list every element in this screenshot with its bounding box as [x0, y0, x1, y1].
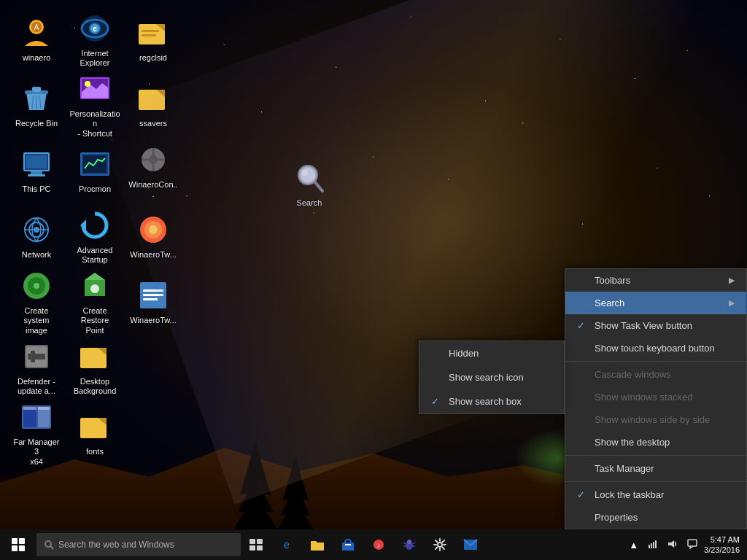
icon-defender[interactable]: Defender -update a... [7, 335, 66, 400]
svg-point-30 [142, 148, 165, 171]
search-icon [292, 160, 327, 195]
taskbar-edge[interactable]: e [271, 529, 302, 560]
menu-item-show-stacked[interactable]: Show windows stacked [565, 386, 746, 408]
menu-item-search[interactable]: Search ▶ [565, 292, 746, 314]
menu-item-task-manager[interactable]: Task Manager [565, 457, 746, 480]
svg-rect-80 [311, 541, 317, 544]
separator-1 [565, 361, 746, 362]
advanced-startup-label: AdvancedStartup [77, 246, 113, 265]
taskbar-store[interactable] [333, 529, 363, 560]
submenu-show-search-icon-label: Show search icon [449, 372, 524, 383]
create-restore-point-icon [77, 268, 112, 303]
svg-point-40 [144, 221, 162, 238]
taskbar-mail[interactable] [455, 529, 486, 560]
menu-item-toolbars[interactable]: Toolbars ▶ [565, 269, 746, 292]
menu-item-show-touch-keyboard[interactable]: Show touch keyboard button [565, 337, 746, 359]
winaerocon-label: WinaeroCon... [128, 180, 179, 199]
submenu-item-hidden[interactable]: Hidden [419, 341, 564, 365]
menu-item-lock-taskbar[interactable]: ✓ Lock the taskbar [565, 483, 746, 506]
procmon-icon [77, 147, 112, 182]
svg-text:e: e [284, 539, 290, 551]
svg-marker-21 [156, 90, 165, 97]
menu-item-cascade[interactable]: Cascade windows [565, 363, 746, 386]
clock[interactable]: 5:47 AM 3/23/2016 [704, 534, 740, 556]
icon-winaerotweak2[interactable]: WinaeroTw... [124, 270, 182, 334]
defender-icon [19, 339, 54, 374]
menu-show-task-view-label: Show Task View button [595, 320, 732, 331]
menu-item-properties[interactable]: Properties [565, 506, 746, 529]
create-system-image-label: Create systemimage [11, 306, 62, 335]
icons-grid: A winaero e InternetExplorer [7, 7, 197, 532]
tray-volume-icon[interactable] [665, 537, 681, 553]
svg-point-19 [85, 81, 90, 87]
svg-rect-76 [249, 545, 255, 551]
svg-text:♪: ♪ [377, 541, 381, 549]
icon-recycle-bin[interactable]: Recycle Bin [7, 73, 66, 137]
fonts-label: fonts [86, 447, 104, 456]
menu-properties-label: Properties [595, 512, 732, 523]
svg-line-66 [315, 182, 322, 191]
menu-search-label: Search [595, 298, 729, 308]
icon-advanced-startup[interactable]: AdvancedStartup [66, 204, 124, 268]
ie-label: InternetExplorer [80, 49, 110, 68]
icon-winaerotweak1[interactable]: WinaeroTw... [124, 204, 182, 268]
icon-winaerocon[interactable]: WinaeroCon... [124, 139, 182, 203]
menu-item-show-side[interactable]: Show windows side by side [565, 408, 746, 431]
desktop-background-icon [77, 339, 112, 374]
advanced-startup-icon [77, 208, 112, 243]
icon-procmon[interactable]: Procmon [66, 139, 124, 203]
svg-rect-75 [257, 539, 263, 544]
taskbar-right: ▲ [626, 534, 747, 556]
svg-line-73 [50, 546, 53, 549]
svg-rect-71 [19, 545, 25, 551]
winaerotweak1-label: WinaeroTw... [130, 250, 177, 260]
submenu-item-show-search-icon[interactable]: Show search icon [419, 365, 564, 389]
svg-point-31 [149, 155, 158, 164]
svg-rect-70 [12, 545, 18, 551]
icon-regclsid[interactable]: regclsid [124, 7, 182, 71]
icon-ie[interactable]: e InternetExplorer [66, 7, 124, 71]
taskbar-search[interactable]: Search the web and Windows [36, 533, 241, 556]
recycle-bin-label: Recycle Bin [15, 119, 58, 128]
winaero-icon: A [19, 15, 54, 50]
svg-line-89 [413, 542, 415, 544]
svg-point-46 [90, 284, 99, 293]
svg-rect-96 [655, 540, 657, 548]
icon-desktop-background[interactable]: DesktopBackground [66, 335, 124, 400]
far-manager-label: Far Manager 3x64 [11, 438, 62, 467]
svg-rect-13 [32, 87, 41, 92]
icon-create-restore-point[interactable]: Create RestorePoint [66, 270, 124, 334]
menu-item-show-desktop[interactable]: Show the desktop [565, 431, 746, 454]
taskbar-settings[interactable] [425, 529, 455, 560]
taskbar-task-view[interactable] [241, 529, 271, 560]
svg-point-65 [301, 168, 315, 182]
svg-rect-24 [31, 171, 42, 174]
icons-area: A winaero e InternetExplorer [0, 0, 204, 525]
ie-icon: e [77, 11, 112, 46]
tray-expand[interactable]: ▲ [626, 538, 641, 552]
taskbar-media[interactable]: ♪ [363, 529, 394, 560]
svg-rect-11 [142, 34, 156, 36]
icon-fonts[interactable]: fonts [66, 401, 124, 465]
taskbar-file-explorer[interactable] [302, 529, 333, 560]
menu-item-show-task-view[interactable]: ✓ Show Task View button [565, 314, 746, 337]
ssavers-label: ssavers [139, 119, 167, 128]
search-desktop-icon[interactable]: Search [292, 160, 327, 208]
start-button[interactable] [0, 529, 36, 560]
icon-this-pc[interactable]: This PC [7, 139, 66, 203]
svg-rect-69 [19, 538, 25, 544]
tray-network-icon[interactable] [645, 537, 661, 553]
icon-network[interactable]: Network [7, 204, 66, 268]
separator-3 [565, 481, 746, 482]
icon-personalization[interactable]: Personalization- Shortcut [66, 73, 124, 137]
icon-far-manager[interactable]: Far Manager 3x64 [7, 401, 66, 465]
taskbar-bug[interactable] [394, 529, 425, 560]
tray-message-icon[interactable] [684, 537, 700, 553]
fonts-icon [77, 409, 112, 444]
icon-ssavers[interactable]: ssavers [124, 73, 182, 137]
icon-winaero[interactable]: A winaero [7, 7, 66, 71]
menu-show-touch-keyboard-label: Show touch keyboard button [595, 343, 732, 354]
winaerocon-icon [136, 142, 171, 177]
submenu-item-show-search-box[interactable]: ✓ Show search box [419, 389, 564, 413]
icon-create-system-image[interactable]: Create systemimage [7, 270, 66, 334]
